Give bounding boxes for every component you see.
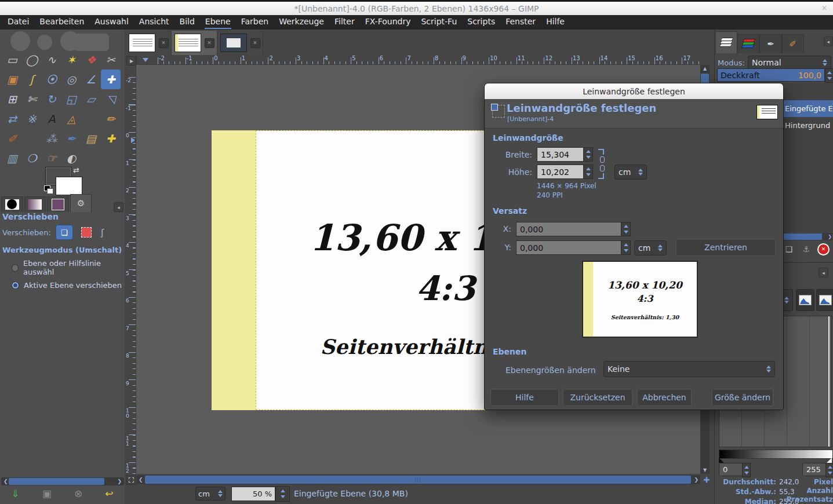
menu-item[interactable]: Auswahl [89, 15, 134, 30]
tool-button[interactable]: ✒ [61, 129, 81, 148]
tool-button[interactable]: ∠ [81, 70, 101, 89]
tool-button[interactable]: ⦿ [42, 70, 61, 89]
delete-layer-icon[interactable]: ✕ [817, 243, 830, 255]
tool-button[interactable]: ▥ [2, 148, 22, 168]
tool-button[interactable]: ◎ [61, 70, 81, 89]
opacity-slider[interactable]: Deckkraft 100,0 [717, 68, 825, 82]
menu-item[interactable]: Filter [329, 15, 360, 30]
move-layer-button[interactable]: ❏ [56, 225, 73, 240]
background-color-swatch[interactable] [56, 177, 82, 195]
radio-pick-layer[interactable]: Ebene oder Hilfslinie auswähl [0, 257, 125, 279]
menu-item[interactable]: Datei [2, 15, 34, 30]
image-tab[interactable]: ✕ [217, 31, 263, 55]
dialog-button[interactable]: Hilfe [490, 389, 559, 406]
histogram-high-handle[interactable] [827, 458, 832, 463]
menu-item[interactable]: Hilfe [541, 15, 570, 30]
chain-link-icon[interactable] [598, 149, 605, 179]
tool-preset-icon[interactable]: ⇓ [12, 488, 20, 499]
tool-button[interactable]: ✐ [2, 129, 22, 148]
tab-paths[interactable]: ✒ [759, 34, 781, 53]
offset-x-input[interactable]: 0,000 [516, 222, 631, 236]
offset-x-spinner[interactable] [621, 222, 630, 236]
tool-button[interactable]: ✚ [101, 70, 121, 89]
tool-button[interactable]: ʃ [22, 70, 42, 89]
tool-preset-icon[interactable]: ▣ [42, 488, 52, 499]
toolbox-scrollbar[interactable]: ❮❯ [1, 477, 124, 485]
tab-patterns[interactable] [47, 196, 69, 212]
size-unit-select[interactable]: cm [614, 165, 647, 180]
tool-button[interactable]: ❍ [22, 148, 42, 168]
tool-button[interactable]: ✏ [101, 109, 121, 129]
tool-button[interactable]: ⇄ [2, 109, 22, 129]
zoom-input[interactable]: 50 % [231, 487, 275, 501]
tool-button[interactable]: ◹ [101, 89, 121, 109]
layer-list-scrollbar[interactable]: ❯ [784, 233, 832, 240]
menu-item[interactable]: Ansicht [134, 15, 174, 30]
tool-button[interactable]: ▣ [2, 70, 22, 89]
menu-item[interactable]: Bearbeiten [34, 15, 89, 30]
tab-tool-options[interactable]: ⚙ [70, 194, 92, 212]
tool-button[interactable]: ▭ [2, 50, 22, 70]
move-path-button[interactable]: ʃ [101, 227, 104, 238]
tool-button[interactable]: ◐ [61, 148, 81, 168]
tool-button[interactable] [81, 109, 101, 129]
menu-item[interactable]: Farben [236, 15, 274, 30]
offset-y-input[interactable]: 0,000 [516, 240, 631, 255]
tool-button[interactable]: ↻ [42, 89, 61, 109]
tool-button[interactable]: ✄ [22, 89, 42, 109]
offset-unit-select[interactable]: cm [634, 240, 667, 255]
width-spinner[interactable] [583, 148, 592, 161]
navigation-icon[interactable]: ✚ [701, 475, 712, 485]
menu-item[interactable]: Ebene [200, 15, 236, 30]
height-spinner[interactable] [583, 165, 592, 178]
tool-button[interactable]: ✂ [101, 50, 121, 70]
collapse-left-icon[interactable]: ◂ [114, 202, 123, 212]
radio-move-active-layer[interactable]: Aktive Ebene verschieben [0, 279, 125, 292]
image-tab[interactable]: ✕ [126, 31, 172, 55]
histogram-low-handle[interactable] [719, 458, 724, 463]
close-tab-icon[interactable]: ✕ [159, 38, 169, 48]
tool-button[interactable]: ◯ [22, 50, 42, 70]
offset-y-spinner[interactable] [621, 241, 630, 254]
tool-button[interactable]: ⁂ [42, 129, 61, 148]
duplicate-layer-icon[interactable]: ❏ [783, 243, 795, 255]
unit-select[interactable]: cm [195, 487, 225, 501]
window-close-icon[interactable]: ✕ [821, 4, 827, 12]
tool-button[interactable]: ⊞ [2, 89, 22, 109]
menu-item[interactable]: Bild [174, 15, 200, 30]
tool-button[interactable]: ▱ [81, 89, 101, 109]
vertical-ruler[interactable]: -2-10123456789101112 [125, 65, 136, 474]
canvas-horizontal-scrollbar[interactable]: ❮|||❯ [137, 475, 700, 484]
resize-layers-select[interactable]: Keine [603, 361, 775, 377]
dialog-button[interactable]: Abbrechen [637, 389, 692, 406]
collapse-histogram-icon[interactable]: ◂ [819, 268, 828, 277]
collapse-right-icon[interactable]: ◂ [824, 36, 833, 46]
tool-button[interactable]: ※ [22, 109, 42, 129]
histogram-log-button[interactable] [816, 289, 833, 311]
horizontal-ruler[interactable]: -2-101234567891011121314151617 [137, 55, 699, 65]
default-colors-icon[interactable] [44, 185, 52, 192]
height-input[interactable]: 10,202 [537, 165, 593, 179]
dialog-button[interactable]: Größe ändern [712, 389, 773, 406]
tool-button[interactable]: ∿ [42, 50, 61, 70]
tab-gradients[interactable] [24, 196, 46, 212]
histogram-low-spinner[interactable] [742, 463, 751, 477]
menu-item[interactable]: Scripts [462, 15, 500, 30]
tab-layers[interactable] [715, 31, 737, 53]
tool-preset-icon[interactable]: ↩ [105, 488, 113, 499]
mode-select[interactable]: Normal [748, 56, 831, 70]
dialog-titlebar[interactable]: Leinwandgröße festlegen [485, 83, 783, 99]
tool-button[interactable]: ❖ [81, 50, 101, 70]
tool-button[interactable]: A [42, 109, 61, 129]
quickmask-toggle[interactable] [126, 475, 136, 485]
tool-button[interactable]: ☞ [42, 148, 61, 168]
menu-item[interactable]: Werkzeuge [274, 15, 329, 30]
swap-colors-icon[interactable]: ⇄ [73, 166, 79, 174]
tool-button[interactable]: ▤ [81, 129, 101, 148]
opacity-spinner[interactable] [825, 68, 833, 83]
tool-button[interactable]: ✶ [61, 50, 81, 70]
tab-channels[interactable] [737, 34, 759, 53]
tab-paint-dynamics[interactable]: ✐ [782, 34, 804, 53]
move-selection-button[interactable] [81, 227, 92, 238]
menu-item[interactable]: Fenster [500, 15, 541, 30]
